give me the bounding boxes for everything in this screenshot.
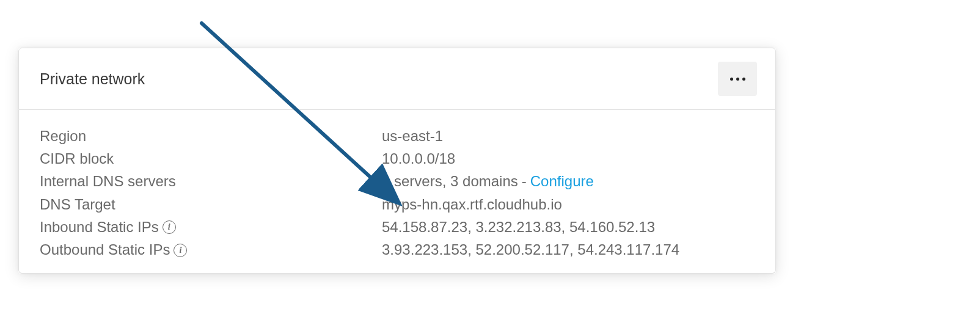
dns-target-row: DNS Target myps-hn.qax.rtf.cloudhub.io [40,193,755,216]
info-icon[interactable]: i [163,220,176,234]
card-title: Private network [40,70,145,88]
cidr-value: 10.0.0.0/18 [382,147,455,170]
dns-servers-row: Internal DNS servers 3 servers, 3 domain… [40,170,755,192]
outbound-ips-row: Outbound Static IPs i 3.93.223.153, 52.2… [40,238,755,261]
outbound-ips-label-text: Outbound Static IPs [40,238,170,261]
cidr-label: CIDR block [40,147,382,170]
inbound-ips-value: 54.158.87.23, 3.232.213.83, 54.160.52.13 [382,216,655,238]
cidr-row: CIDR block 10.0.0.0/18 [40,147,755,170]
dns-servers-value: 3 servers, 3 domains -Configure [382,170,594,192]
dns-target-value: myps-hn.qax.rtf.cloudhub.io [382,193,562,216]
card-header: Private network [18,48,776,110]
dns-servers-summary: 3 servers, 3 domains [382,170,518,192]
ellipsis-icon [730,78,733,81]
region-row: Region us-east-1 [40,125,755,147]
configure-link[interactable]: Configure [530,170,594,192]
inbound-ips-row: Inbound Static IPs i 54.158.87.23, 3.232… [40,216,755,238]
inbound-ips-label-text: Inbound Static IPs [40,216,159,238]
region-value: us-east-1 [382,125,443,147]
dns-servers-label: Internal DNS servers [40,170,382,192]
dns-servers-separator: - [522,170,527,192]
outbound-ips-value: 3.93.223.153, 52.200.52.117, 54.243.117.… [382,238,679,261]
outbound-ips-label: Outbound Static IPs i [40,238,382,261]
card-body: Region us-east-1 CIDR block 10.0.0.0/18 … [18,110,776,274]
inbound-ips-label: Inbound Static IPs i [40,216,382,238]
more-actions-button[interactable] [718,62,757,96]
ellipsis-icon [736,78,739,81]
info-icon[interactable]: i [174,244,187,257]
ellipsis-icon [742,78,745,81]
region-label: Region [40,125,382,147]
dns-target-label: DNS Target [40,193,382,216]
private-network-card: Private network Region us-east-1 CIDR bl… [18,48,776,274]
